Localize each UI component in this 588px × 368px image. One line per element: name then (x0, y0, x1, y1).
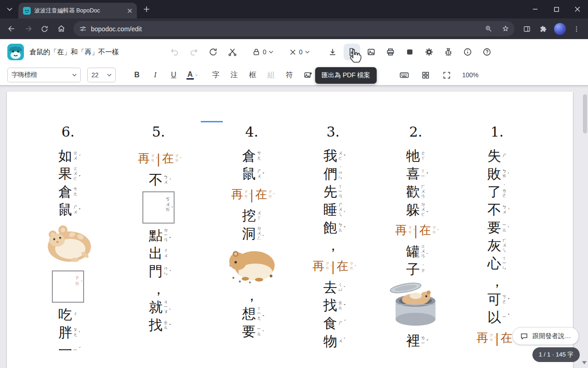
blocks-grid-button[interactable] (417, 67, 434, 83)
redo-button[interactable] (186, 44, 202, 60)
zhuyin-tool-button[interactable]: 注 (226, 67, 243, 83)
url-bar[interactable]: bopodoc.com/edit (74, 21, 514, 36)
window-close-button[interactable] (567, 0, 588, 18)
char-tool-button[interactable]: 字 (208, 67, 224, 83)
font-family-select[interactable]: 字嗨標楷 (7, 68, 81, 82)
zhuyin-annotation: ˙ㄌㄜ (502, 185, 507, 198)
text-column-3: 3.我ㄨㄛˇ們˙ㄇㄣ先ㄒㄧㄢ睡ㄕㄨㄟˋ飽ㄅㄠˇ，再ㄗㄞˋ|在ㄗㄞˋ去ㄑㄩˋ找ㄓㄠ… (305, 124, 361, 350)
info-button[interactable] (459, 44, 476, 60)
chevron-down-icon (107, 74, 112, 76)
zhuyin-annotation: ㄏㄨㄢ (421, 184, 425, 199)
zai-choice[interactable]: 再ㄗㄞˋ|在ㄗㄞˋ (138, 150, 179, 168)
export-image-button[interactable] (363, 44, 379, 60)
profile-avatar[interactable] (554, 23, 566, 35)
ruby-character: 失ㄕ (487, 147, 507, 164)
url-text[interactable]: bopodoc.com/edit (91, 25, 478, 33)
forward-icon[interactable] (20, 21, 36, 37)
ruby-character: 不ㄅㄨˊ (487, 201, 507, 218)
feedback-button[interactable]: 跟開發者說… (512, 327, 579, 345)
zhuyin-annotation: ㄗㄞˋ (175, 154, 179, 163)
ruby-character: 再ㄗㄞˋ (476, 330, 493, 347)
lock-count-control[interactable]: 0 (249, 44, 277, 60)
sync-button[interactable] (205, 44, 221, 60)
scrollbar-down-arrow[interactable] (582, 361, 587, 364)
keyboard-button[interactable] (396, 67, 413, 83)
underline-button[interactable]: U (165, 67, 182, 83)
chevron-down-icon[interactable] (305, 51, 310, 53)
back-icon[interactable] (4, 21, 19, 37)
new-tab-button[interactable] (140, 2, 153, 16)
zhuyin-annotation: ㄓㄠˇ (338, 300, 343, 310)
browser-address-bar: bopodoc.com/edit (0, 18, 588, 39)
zhuyin-annotation: ㄌㄧˇ (421, 336, 425, 345)
zhuyin-annotation: ㄆㄤˋ (73, 328, 78, 337)
print-button[interactable] (382, 44, 399, 60)
reload-icon[interactable] (37, 21, 52, 37)
site-info-icon[interactable] (79, 25, 87, 33)
fullscreen-button[interactable] (438, 67, 455, 83)
text-column-4: 4.倉ㄘㄤ鼠ㄕㄨˇ再ㄗㄞˋ|在ㄗㄞˋ挖ㄨㄚ洞ㄉㄨㄥˋ ，想ㄒㄧㄤˇ要ㄧㄠˋ (224, 124, 279, 340)
ruby-character: 找ㄓㄠˇ (323, 297, 343, 314)
ruby-character: 們˙ㄇㄣ (323, 165, 343, 182)
bold-button[interactable]: B (129, 67, 145, 83)
settings-button[interactable] (421, 44, 437, 60)
answer-box[interactable]: ㄎㄨㄞˋ (142, 191, 175, 224)
export-pdf-button[interactable] (344, 44, 360, 60)
chevron-down-icon[interactable] (269, 51, 273, 53)
extensions-icon[interactable] (536, 21, 551, 37)
ruby-character: 了˙ㄌㄜ (487, 183, 507, 200)
zai-choice[interactable]: 再ㄗㄞˋ|在ㄗㄞˋ (312, 257, 354, 276)
ruby-character: 先ㄒㄧㄢ (323, 183, 343, 200)
browser-menu-icon[interactable] (569, 21, 584, 37)
document-page[interactable]: 6.如ㄖㄨˊ果ㄍㄨㄛˇ倉ㄘㄤ鼠ㄕㄨˇ ㄗㄞˋ吃ㄔ胖ㄆㄤˋ一ㄧˊ5.再ㄗㄞˋ|在ㄗ… (7, 92, 573, 368)
maximize-button[interactable] (546, 0, 567, 18)
side-panel-icon[interactable] (519, 21, 535, 37)
lock-icon (252, 48, 260, 56)
home-icon[interactable] (53, 21, 69, 37)
zhuyin-annotation: ㄧˊ (73, 348, 78, 353)
bookmark-star-icon[interactable] (499, 23, 512, 35)
minimize-button[interactable] (525, 0, 546, 18)
text-color-button[interactable]: A (184, 67, 200, 83)
hamster-standing-image (226, 245, 277, 284)
italic-button[interactable]: I (147, 67, 164, 83)
page-zoom-icon[interactable] (482, 23, 495, 35)
bug-report-button[interactable] (440, 44, 457, 60)
zhuyin-annotation: ㄗㄞˋ (489, 334, 493, 342)
column-number: 4. (245, 124, 259, 140)
zai-choice[interactable]: 再ㄗㄞˋ|在ㄗㄞˋ (231, 185, 272, 204)
zhuyin-annotation: ㄗㄞˋ (151, 154, 155, 163)
ruby-character: 再ㄗㄞˋ (138, 150, 155, 167)
tab-search-icon[interactable] (3, 1, 17, 17)
zhuyin-annotation: ㄕㄨˇ (257, 169, 261, 178)
ruby-character: 在ㄗㄞˋ (419, 222, 436, 239)
group-tool-button[interactable]: 組 (263, 67, 279, 83)
chevron-down-icon (72, 74, 77, 76)
download-button[interactable] (324, 44, 341, 60)
cross-count-control[interactable]: 0 (285, 44, 313, 60)
help-button[interactable] (479, 44, 495, 60)
tab-close-icon[interactable] (127, 8, 132, 13)
zoom-level[interactable]: 100% (462, 71, 479, 79)
document-area: 6.如ㄖㄨˊ果ㄍㄨㄛˇ倉ㄘㄤ鼠ㄕㄨˇ ㄗㄞˋ吃ㄔ胖ㄆㄤˋ一ㄧˊ5.再ㄗㄞˋ|在ㄗ… (0, 85, 588, 368)
feedback-label: 跟開發者說… (532, 332, 571, 340)
insert-image-button[interactable] (300, 67, 316, 83)
chevron-down-icon (195, 74, 198, 76)
frame-tool-button[interactable]: 框 (244, 67, 261, 83)
document-title[interactable]: 倉鼠的「在」和「再」不一樣 (29, 48, 119, 57)
font-size-select[interactable]: 22 (87, 68, 116, 82)
zhuyin-annotation: ㄉㄧㄢˇ (164, 228, 168, 243)
browser-tab[interactable]: 波波注音編輯器 BopoDoc (18, 3, 137, 18)
answer-box[interactable]: ㄗㄞˋ (52, 270, 84, 303)
ruby-character: 飽ㄅㄠˇ (323, 219, 343, 236)
scrollbar-thumb[interactable] (583, 94, 587, 133)
zai-choice[interactable]: 再ㄗㄞˋ|在ㄗㄞˋ (476, 329, 518, 347)
board-button[interactable] (401, 44, 418, 60)
zhuyin-annotation: ㄨㄛˇ (338, 151, 343, 161)
undo-button[interactable] (166, 44, 183, 60)
ruby-character: 躲ㄉㄨㄛˇ (406, 201, 425, 218)
scissors-button[interactable] (224, 44, 241, 60)
zai-choice[interactable]: 再ㄗㄞˋ|在ㄗㄞˋ (395, 221, 436, 240)
ruby-character: 挖ㄨㄚ (242, 207, 261, 224)
symbol-tool-button[interactable]: 符 (281, 67, 298, 83)
